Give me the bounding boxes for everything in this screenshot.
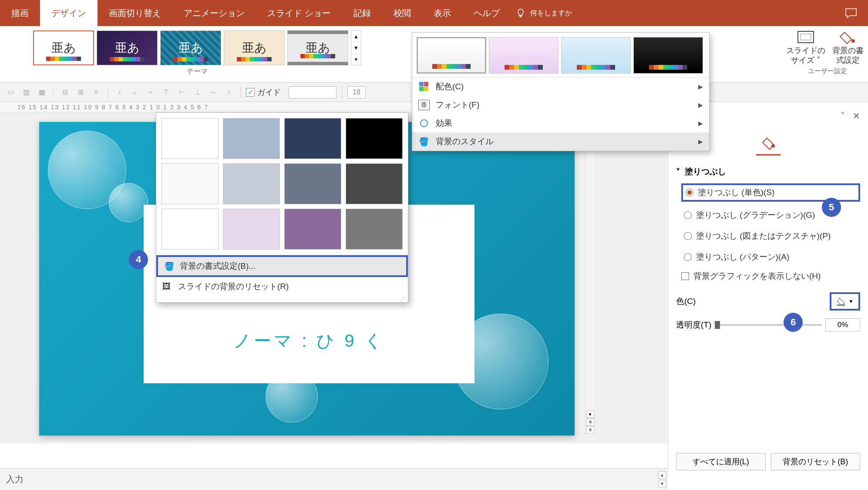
theme-thumb-1[interactable]: 亜あ <box>33 30 94 65</box>
variant-2[interactable] <box>489 37 558 74</box>
theme-thumb-5[interactable]: 亜あ <box>287 30 348 65</box>
colors-icon <box>418 81 430 92</box>
bg-styles-icon: 🪣 <box>418 136 430 147</box>
menu-format-background[interactable]: 🪣 背景の書式設定(B)... <box>156 255 408 277</box>
menu-fonts[interactable]: 亜 フォント(F)▶ <box>412 96 709 114</box>
qb-align-right[interactable]: ⫟ <box>145 86 157 98</box>
themes-gallery[interactable]: 亜あ 亜あ 亜あ 亜あ 亜あ ▲▼▾ <box>33 30 361 65</box>
background-styles-submenu: 🪣 背景の書式設定(B)... 🖼 スライドの背景のリセット(R) ⋰ <box>156 112 408 303</box>
svg-point-2 <box>851 39 855 43</box>
bg-style-6[interactable] <box>223 163 280 204</box>
tell-me-label: 何をしますか <box>530 9 572 18</box>
themes-more-button[interactable]: ▲▼▾ <box>351 30 361 65</box>
transparency-label: 透明度(T) <box>676 319 711 331</box>
tab-review[interactable]: 校閲 <box>382 0 422 26</box>
color-picker-button[interactable]: ▼ <box>830 292 860 311</box>
variant-4[interactable] <box>633 37 703 74</box>
fonts-icon: 亜 <box>418 100 430 110</box>
svg-rect-0 <box>798 31 814 43</box>
effects-icon <box>418 118 430 128</box>
format-background-pane: 式設定 ˅ ✕ ˅塗りつぶし 塗りつぶし (単色)(S) 塗りつぶし (グラデー… <box>668 102 868 476</box>
qb-dist-h[interactable]: ↔ <box>207 86 219 98</box>
callout-4: 4 <box>129 250 148 269</box>
slide-body-text: ノーマ : ひ 9 く <box>233 329 385 353</box>
theme-thumb-3[interactable]: 亜あ <box>160 30 221 65</box>
bg-style-12[interactable] <box>346 209 403 250</box>
qb-fontsize[interactable]: 18 <box>347 86 366 98</box>
tab-transitions[interactable]: 画面切り替え <box>98 0 172 26</box>
bg-style-7[interactable] <box>284 163 341 204</box>
next-slide-icon[interactable]: ≚ <box>586 426 594 434</box>
slide-scrollbar[interactable]: ▲ ▼ ≙ ≚ <box>585 122 595 436</box>
tab-draw[interactable]: 描画 <box>0 0 40 26</box>
tab-view[interactable]: 表示 <box>422 0 462 26</box>
qb-align-left[interactable]: ⫞ <box>113 86 125 98</box>
slide-size-button[interactable]: スライドの サイズ ˅ <box>786 29 825 65</box>
status-bar: 入力 ▲▼ <box>0 468 668 490</box>
reset-background-button[interactable]: 背景のリセット(B) <box>771 453 861 470</box>
menu-background-styles[interactable]: 🪣 背景のスタイル▶ <box>412 132 709 151</box>
bg-style-9[interactable] <box>161 209 219 250</box>
svg-rect-6 <box>424 87 428 91</box>
color-label: 色(C) <box>676 296 696 307</box>
format-bg-icon: 🪣 <box>164 261 175 271</box>
pane-close-icon[interactable]: ✕ <box>853 111 860 121</box>
transparency-slider[interactable] <box>715 324 822 326</box>
tab-animations[interactable]: アニメーション <box>172 0 256 26</box>
comments-icon[interactable] <box>844 7 858 19</box>
transparency-value[interactable]: 0% <box>825 318 860 331</box>
scroll-down-icon[interactable]: ▼ <box>586 410 594 418</box>
format-background-button[interactable]: 背景の書 式設定 <box>832 29 864 65</box>
pane-collapse-icon[interactable]: ˅ <box>841 111 845 121</box>
qb-align-bottom[interactable]: ⊥ <box>192 86 204 98</box>
tab-record[interactable]: 記録 <box>342 0 382 26</box>
guide-checkbox[interactable]: ✓ガイド <box>246 87 281 98</box>
qb-align-middle[interactable]: ⊢ <box>176 86 188 98</box>
tell-me[interactable]: 何をしますか <box>515 8 572 18</box>
fill-category-icon[interactable] <box>756 131 781 155</box>
bg-style-10[interactable] <box>223 209 280 250</box>
qb-btn-2[interactable]: ▥ <box>20 86 32 98</box>
qb-btn-5[interactable]: ⊞ <box>74 86 87 98</box>
customize-group-label: ユーザー設定 <box>808 67 842 75</box>
bg-style-5[interactable] <box>161 163 219 204</box>
menu-colors[interactable]: 配色(C)▶ <box>412 78 709 96</box>
qb-dist-v[interactable]: ↕ <box>223 86 235 98</box>
themes-group-label: テーマ <box>187 67 208 76</box>
menu-reset-slide-background[interactable]: 🖼 スライドの背景のリセット(R) <box>156 277 408 296</box>
notes-down-icon[interactable]: ▼ <box>658 480 666 488</box>
variant-3[interactable] <box>561 37 631 74</box>
notes-up-icon[interactable]: ▲ <box>658 471 666 479</box>
ribbon-tabs: 描画 デザイン 画面切り替え アニメーション スライド ショー 記録 校閲 表示… <box>0 0 868 26</box>
prev-slide-icon[interactable]: ≙ <box>586 418 594 426</box>
fill-section-header[interactable]: ˅塗りつぶし <box>676 166 860 177</box>
bg-style-8[interactable] <box>346 163 403 204</box>
menu-effects[interactable]: 効果▶ <box>412 114 709 132</box>
slide-size-icon <box>796 29 815 45</box>
tab-slideshow[interactable]: スライド ショー <box>256 0 342 26</box>
fill-color-icon <box>836 297 846 306</box>
qb-btn-4[interactable]: ⊟ <box>59 86 71 98</box>
bg-style-11[interactable] <box>284 209 341 250</box>
tab-design[interactable]: デザイン <box>40 0 98 26</box>
apply-to-all-button[interactable]: すべてに適用(L) <box>676 453 766 470</box>
qb-align-center[interactable]: ⫠ <box>129 86 141 98</box>
qb-btn-6[interactable]: ≡ <box>90 86 102 98</box>
qb-btn-3[interactable]: ▦ <box>36 86 48 98</box>
bg-style-3[interactable] <box>284 118 341 159</box>
theme-thumb-4[interactable]: 亜あ <box>224 30 285 65</box>
variant-1[interactable] <box>417 37 486 74</box>
bg-style-1[interactable] <box>161 118 219 159</box>
tab-help[interactable]: ヘルプ <box>462 0 511 26</box>
radio-pattern-fill[interactable]: 塗りつぶし (パターン)(A) <box>681 250 860 264</box>
check-hide-bg-graphics[interactable]: 背景グラフィックを表示しない(H) <box>681 270 860 282</box>
bg-style-2[interactable] <box>223 118 280 159</box>
bg-style-4[interactable] <box>346 118 403 159</box>
qb-dropdown-1[interactable] <box>289 86 336 98</box>
qb-btn-1[interactable]: ▭ <box>4 86 17 98</box>
qb-align-top[interactable]: ⊤ <box>160 86 172 98</box>
theme-thumb-2[interactable]: 亜あ <box>97 30 158 65</box>
radio-picture-fill[interactable]: 塗りつぶし (図またはテクスチャ)(P) <box>681 229 860 243</box>
callout-5: 5 <box>822 198 841 217</box>
svg-point-8 <box>771 144 775 148</box>
